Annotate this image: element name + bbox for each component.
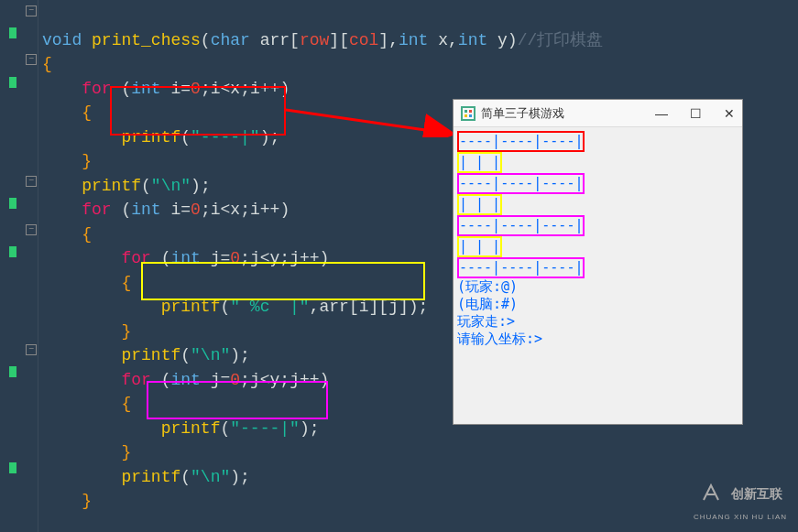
change-marker	[9, 366, 16, 377]
keyword-void: void	[42, 31, 82, 49]
change-marker	[9, 198, 16, 209]
watermark-logo-icon	[698, 482, 724, 507]
watermark: 创新互联 CHUANG XIN HU LIAN	[694, 482, 787, 523]
comment-text: //打印棋盘	[518, 31, 604, 49]
svg-rect-4	[465, 114, 467, 117]
svg-rect-2	[465, 110, 467, 113]
fold-marker-icon[interactable]: −	[26, 54, 37, 65]
highlight-magenta	[147, 381, 328, 419]
svg-rect-3	[469, 110, 472, 113]
console-output: ----|----|----| | | | ----|----|----| | …	[454, 127, 742, 352]
fold-marker-icon[interactable]: −	[26, 176, 37, 187]
fold-marker-icon[interactable]: −	[26, 224, 37, 235]
app-icon	[461, 106, 476, 121]
close-button[interactable]: ✕	[724, 106, 735, 121]
highlight-red	[110, 86, 286, 136]
svg-line-0	[286, 110, 451, 134]
svg-rect-1	[462, 107, 475, 120]
editor-gutter: − − − − −	[0, 0, 38, 532]
window-title: 简单三子棋游戏	[481, 105, 564, 122]
function-name: print_chess	[92, 31, 201, 49]
maximize-button[interactable]: ☐	[690, 106, 702, 121]
arrow-icon	[286, 88, 465, 137]
highlight-yellow	[141, 262, 425, 300]
console-window: 简单三子棋游戏 — ☐ ✕ ----|----|----| | | | ----…	[453, 99, 743, 425]
window-titlebar[interactable]: 简单三子棋游戏 — ☐ ✕	[454, 100, 742, 127]
change-marker	[9, 27, 16, 38]
minimize-button[interactable]: —	[655, 106, 668, 121]
change-marker	[9, 246, 16, 257]
change-marker	[9, 77, 16, 88]
fold-marker-icon[interactable]: −	[26, 5, 37, 16]
fold-marker-icon[interactable]: −	[26, 344, 37, 355]
change-marker	[9, 462, 16, 473]
svg-rect-5	[469, 114, 472, 117]
